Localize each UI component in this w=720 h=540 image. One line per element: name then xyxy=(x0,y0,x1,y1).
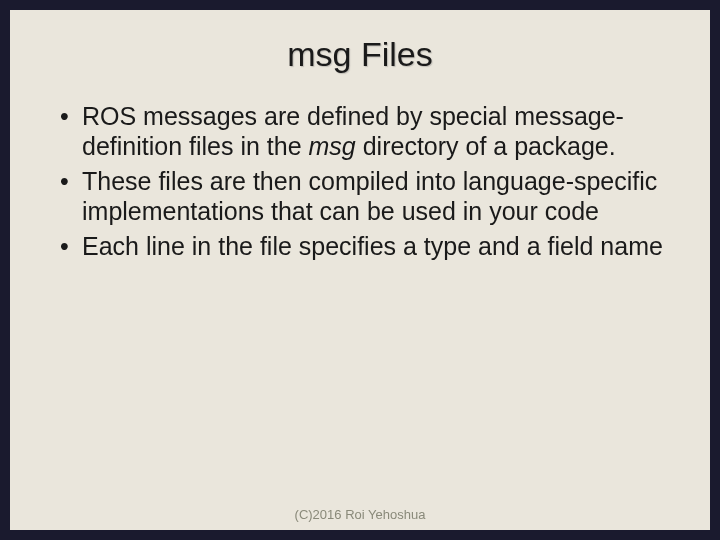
slide-footer: (C)2016 Roi Yehoshua xyxy=(10,507,710,522)
bullet-list: ROS messages are defined by special mess… xyxy=(60,102,674,262)
bullet-text-post: directory of a package. xyxy=(356,132,616,160)
slide-content: ROS messages are defined by special mess… xyxy=(40,102,680,262)
slide-title: msg Files xyxy=(40,35,680,74)
bullet-text-pre: These files are then compiled into langu… xyxy=(82,167,657,225)
bullet-text-pre: Each line in the file specifies a type a… xyxy=(82,232,663,260)
slide: msg Files ROS messages are defined by sp… xyxy=(10,10,710,530)
list-item: Each line in the file specifies a type a… xyxy=(60,232,674,262)
bullet-text-italic: msg xyxy=(309,132,356,160)
list-item: ROS messages are defined by special mess… xyxy=(60,102,674,161)
list-item: These files are then compiled into langu… xyxy=(60,167,674,226)
